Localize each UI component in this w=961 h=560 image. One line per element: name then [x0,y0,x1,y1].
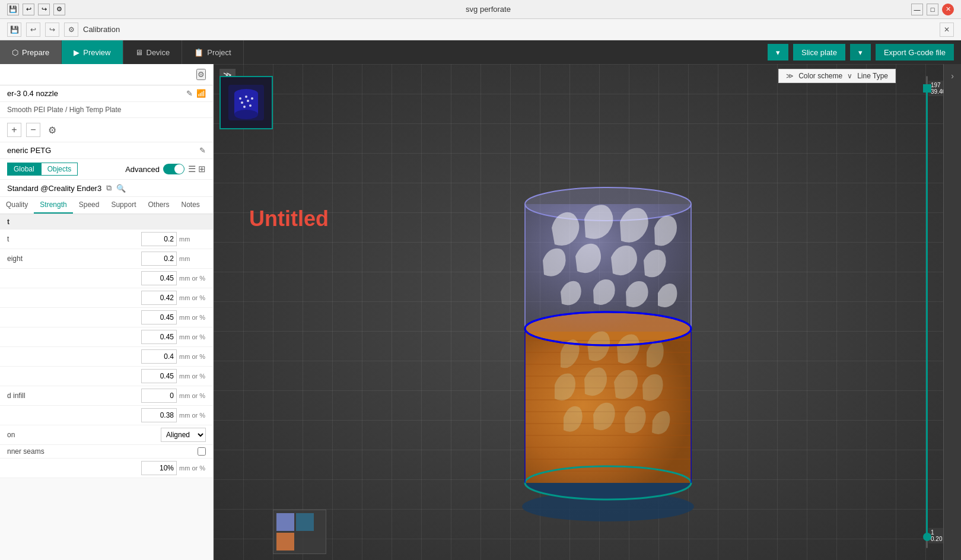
param-input-7[interactable] [141,369,177,383]
advanced-label: Advanced [125,165,160,174]
checkbox-row: nner seams [0,445,213,459]
nozzle-row: er-3 0.4 nozzle ✎ 📶 [0,85,213,102]
right-collapse-btn[interactable]: › [946,69,960,83]
param-row-9: mm or % [0,406,213,425]
param-unit-4: mm or % [179,314,206,321]
second-close-btn[interactable]: ✕ [940,23,954,37]
param-input-9[interactable] [141,408,177,422]
tab-speed[interactable]: Speed [73,197,106,214]
global-btn[interactable]: Global [7,163,41,176]
global-objects-row: Global Objects Advanced ☰ ⊞ [0,159,213,180]
tab-quality[interactable]: Quality [0,197,34,214]
second-bar: 💾 ↩ ↪ ⚙ Calibration ✕ [0,19,961,40]
param-label-0: t [7,235,141,243]
tab-notes[interactable]: Notes [175,197,205,214]
add-settings-btn[interactable]: ⚙ [45,123,59,137]
param-section: t [0,214,213,230]
tab-preview[interactable]: ▶ Preview [62,40,123,64]
thumbnail-svg [225,82,267,123]
mini-map [273,510,326,554]
param-input-4[interactable] [141,310,177,324]
grid-icon[interactable]: ⊞ [198,164,206,174]
tab-project[interactable]: 📋 Project [182,40,243,64]
thumbnail-0[interactable] [219,76,273,129]
param-input-6[interactable] [141,349,177,364]
profile-search-icon[interactable]: 🔍 [116,184,126,193]
thumbnail-panel [219,76,273,129]
params-tabs: Quality Strength Speed Support Others No… [0,197,213,214]
lock-title-btn[interactable]: ⚙ [53,4,65,15]
left-panel: ⚙ er-3 0.4 nozzle ✎ 📶 Smooth PEI Plate /… [0,64,214,560]
param-unit-1: mm [179,255,206,262]
param-row-1: eight mm [0,249,213,269]
redo-title-btn[interactable]: ↪ [38,4,50,15]
tab-device[interactable]: 🖥 Device [123,40,183,64]
export-dropdown-btn[interactable]: ▾ [850,44,871,61]
param-unit-8: mm or % [179,392,206,399]
param-unit-9: mm or % [179,412,206,419]
color-scheme-bar: ≫ Color scheme ∨ Line Type [778,69,896,83]
param-unit-7: mm or % [179,373,206,380]
slice-dropdown-btn[interactable]: ▾ [768,44,788,61]
color-scheme-arrow[interactable]: ≫ [786,72,794,80]
material-edit-icon[interactable]: ✎ [199,146,206,155]
param-row-2: mm or % [0,269,213,288]
param-input-2[interactable] [141,271,177,285]
layer-slider[interactable]: 197 39.40 1 0.20 [920,76,934,548]
param-unit-3: mm or % [179,294,206,301]
device-icon: 🖥 [135,48,143,57]
tab-strength[interactable]: Strength [34,197,72,214]
export-gcode-btn[interactable]: Export G-code file [876,44,954,61]
advanced-toggle[interactable] [163,164,184,174]
window-title: svg perforate [65,5,911,14]
profile-copy-icon[interactable]: ⧉ [106,183,112,193]
remove-btn[interactable]: − [26,123,40,137]
minimize-btn[interactable]: — [911,4,923,15]
param-row-0: t mm [0,230,213,249]
param-input-1[interactable] [141,252,177,266]
svg-point-5 [245,96,247,98]
param-input-3[interactable] [141,291,177,305]
param-row-5: mm or % [0,327,213,347]
settings-btn[interactable]: ⚙ [64,23,78,37]
svg-point-7 [241,101,243,104]
seam-checkbox[interactable] [198,447,206,456]
percent-input[interactable] [141,461,177,475]
slider-range [926,88,928,537]
close-btn[interactable]: ✕ [942,4,954,15]
undo-btn[interactable]: ↩ [26,23,40,37]
param-label-8: d infill [7,392,141,400]
save-btn[interactable]: 💾 [7,23,21,37]
param-input-0[interactable] [141,232,177,246]
maximize-btn[interactable]: □ [927,4,938,15]
tab-bar: ⬡ Prepare ▶ Preview 🖥 Device 📋 Project ▾… [0,40,961,64]
param-row-6: mm or % [0,347,213,367]
param-row-8: d infill mm or % [0,386,213,406]
svg-point-4 [239,97,241,100]
line-type-arrow[interactable]: ∨ [847,72,852,80]
nozzle-edit-icon[interactable]: ✎ [186,89,193,98]
add-btn[interactable]: + [7,123,21,137]
percent-unit: mm or % [179,464,206,472]
redo-btn[interactable]: ↪ [45,23,59,37]
save-title-btn[interactable]: 💾 [7,4,19,15]
svg-point-9 [243,106,246,108]
nozzle-wifi-icon[interactable]: 📶 [196,89,206,98]
param-input-5[interactable] [141,330,177,344]
checkbox-label: nner seams [7,447,44,456]
tab-others[interactable]: Others [142,197,175,214]
tab-support[interactable]: Support [105,197,142,214]
param-label-1: eight [7,254,141,263]
list-icon[interactable]: ☰ [188,164,196,174]
objects-btn[interactable]: Objects [41,163,78,176]
seam-select[interactable]: Aligned Random Rear [161,428,206,442]
panel-gear-btn[interactable]: ⚙ [196,69,206,80]
undo-title-btn[interactable]: ↩ [23,4,34,15]
project-icon: 📋 [194,48,203,57]
param-unit-5: mm or % [179,333,206,341]
line-type-label: Line Type [857,72,888,80]
slice-plate-btn[interactable]: Slice plate [793,44,845,61]
tab-prepare[interactable]: ⬡ Prepare [0,40,62,64]
param-input-8[interactable] [141,389,177,403]
3d-model [483,168,721,513]
